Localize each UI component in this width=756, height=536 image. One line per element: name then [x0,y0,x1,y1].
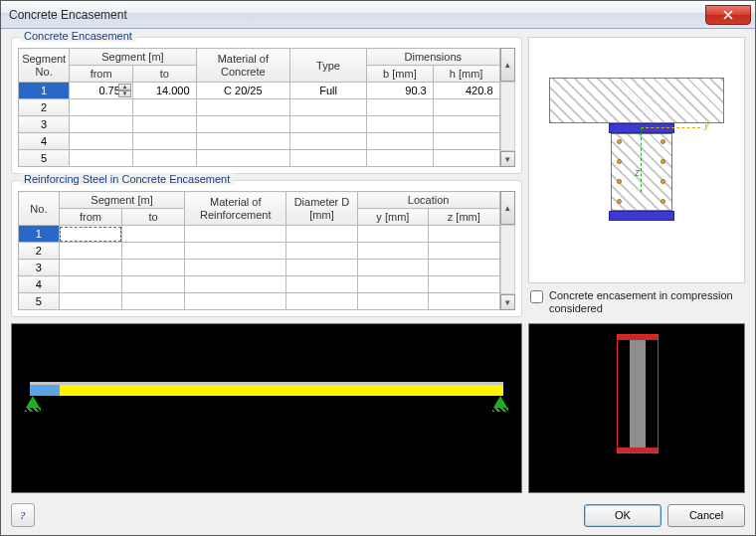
cell[interactable] [185,276,286,293]
cell-h[interactable]: 420.8 [433,83,499,99]
cell[interactable] [433,150,499,167]
cell[interactable] [70,99,133,116]
col-to[interactable]: to [132,66,196,83]
table-row[interactable]: 4 [19,276,500,293]
col-from[interactable]: from [70,66,133,83]
cell[interactable] [357,226,428,243]
cell[interactable] [357,276,428,293]
cell[interactable] [429,260,499,276]
ok-button[interactable]: OK [584,504,662,527]
cell[interactable] [290,133,367,150]
encasement-table[interactable]: Segment No. Segment [m] Material of Conc… [18,48,500,167]
cell[interactable] [185,293,286,310]
col-z[interactable]: z [mm] [429,209,499,226]
cell[interactable] [290,150,367,167]
cell-to[interactable]: 14.000 [132,83,196,99]
table-row[interactable]: 3 [19,116,500,133]
help-button[interactable]: ? [11,503,35,527]
scroll-up-icon[interactable]: ▲ [500,48,516,82]
table-row[interactable]: 3 [19,260,500,276]
cell[interactable] [122,226,185,243]
cross-section-diagram[interactable]: y z [528,37,745,283]
cell[interactable] [286,243,357,260]
cell[interactable] [429,226,499,243]
cell[interactable] [132,150,196,167]
col-from[interactable]: from [59,209,121,226]
col-material[interactable]: Material of Reinforcement [185,192,286,226]
cell[interactable] [290,116,367,133]
cell[interactable] [122,293,185,310]
col-dimensions[interactable]: Dimensions [367,49,499,66]
chevron-down-icon[interactable]: ▼ [118,90,131,97]
cell[interactable] [357,260,428,276]
cell[interactable] [132,116,196,133]
row-no[interactable]: 2 [19,99,70,116]
cell[interactable] [122,260,185,276]
cell-from[interactable] [59,226,121,243]
col-to[interactable]: to [122,209,185,226]
cell[interactable] [357,293,428,310]
reinforcement-table[interactable]: No. Segment [m] Material of Reinforcemen… [18,191,500,310]
cell[interactable] [59,243,121,260]
row-no[interactable]: 4 [19,276,60,293]
steel-section-view[interactable] [528,323,745,493]
cell[interactable] [122,276,185,293]
scroll-up-icon[interactable]: ▲ [500,191,516,225]
cell[interactable] [185,243,286,260]
cell[interactable] [59,276,121,293]
row-no[interactable]: 2 [19,243,60,260]
scroll-down-icon[interactable]: ▼ [500,294,516,310]
cell[interactable] [367,116,434,133]
cell[interactable] [185,226,286,243]
cell-b[interactable]: 90.3 [367,83,434,99]
cell[interactable] [70,116,133,133]
row-no[interactable]: 3 [19,116,70,133]
cell[interactable] [132,133,196,150]
col-type[interactable]: Type [290,49,367,83]
scroll-down-icon[interactable]: ▼ [500,151,516,167]
cell-type[interactable]: Full [290,83,367,99]
row-no[interactable]: 3 [19,260,60,276]
table-row[interactable]: 1 0.750 ▲▼ 14.000 C 20/25 Full 90.3 420.… [19,83,500,99]
table-scrollbar[interactable]: ▲ ▼ [500,191,516,310]
col-y[interactable]: y [mm] [357,209,428,226]
spinner[interactable]: ▲▼ [118,84,131,97]
titlebar[interactable]: Concrete Encasement [1,1,755,29]
scroll-track[interactable] [500,82,516,151]
cell[interactable] [433,116,499,133]
scroll-track[interactable] [500,225,516,294]
table-scrollbar[interactable]: ▲ ▼ [500,48,516,167]
cell[interactable] [429,276,499,293]
cell[interactable] [429,243,499,260]
cell[interactable] [286,226,357,243]
table-row[interactable]: 5 [19,150,500,167]
col-segment-no[interactable]: Segment No. [19,49,70,83]
row-no[interactable]: 5 [19,150,70,167]
cancel-button[interactable]: Cancel [667,504,745,527]
close-button[interactable] [705,5,751,25]
beam-span-view[interactable] [11,323,522,493]
cell[interactable] [286,293,357,310]
col-h[interactable]: h [mm] [433,66,499,83]
cell-material[interactable]: C 20/25 [196,83,289,99]
cell[interactable] [290,99,367,116]
cell[interactable] [122,243,185,260]
row-no[interactable]: 1 [19,226,60,243]
cell[interactable] [429,293,499,310]
row-no[interactable]: 4 [19,133,70,150]
cell-from[interactable]: 0.750 ▲▼ [70,83,133,99]
chevron-up-icon[interactable]: ▲ [118,84,131,90]
cell[interactable] [367,133,434,150]
cell[interactable] [286,276,357,293]
table-row[interactable]: 4 [19,133,500,150]
cell[interactable] [59,260,121,276]
table-row[interactable]: 2 [19,243,500,260]
cell[interactable] [286,260,357,276]
table-row[interactable]: 5 [19,293,500,310]
table-row[interactable]: 1 [19,226,500,243]
cell[interactable] [357,243,428,260]
col-material[interactable]: Material of Concrete [196,49,289,83]
cell[interactable] [196,116,289,133]
col-segment[interactable]: Segment [m] [59,192,184,209]
cell[interactable] [433,133,499,150]
